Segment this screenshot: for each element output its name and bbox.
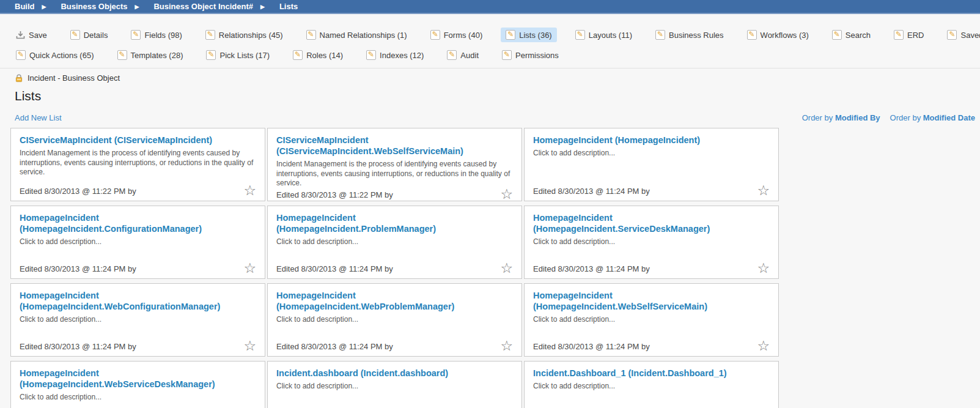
list-card-description[interactable]: Click to add description... (276, 382, 513, 408)
breadcrumb-item-build[interactable]: Build ▶ (15, 2, 46, 11)
list-card-edited-text: Edited 8/30/2013 @ 11:24 PM by (533, 187, 650, 196)
list-card: HomepageIncident (HomepageIncident.Confi… (10, 206, 265, 279)
favorite-star-icon[interactable]: ☆ (500, 340, 513, 351)
toolbar-item-fields-98[interactable]: ✎ Fields (98) (126, 28, 186, 42)
toolbar-item-audit[interactable]: ✎ Audit (442, 48, 484, 62)
list-card-title-link[interactable]: Incident.Dashboard_1 (Incident.Dashboard… (533, 368, 770, 379)
pencil-icon: ✎ (293, 50, 303, 60)
toolbar-item-label: Audit (460, 51, 479, 60)
breadcrumb-item-lists[interactable]: Lists ▶ (279, 2, 298, 11)
pencil-icon: ✎ (70, 30, 80, 40)
pencil-icon: ✎ (832, 30, 842, 40)
favorite-star-icon[interactable]: ☆ (757, 262, 770, 273)
toolbar-item-layouts-11[interactable]: ✎ Layouts (11) (570, 28, 637, 42)
toolbar-item-label: Pick Lists (17) (219, 51, 270, 60)
toolbar-item-templates-28[interactable]: ✎ Templates (28) (112, 48, 188, 62)
pencil-icon: ✎ (206, 50, 216, 60)
list-card-footer: Edited 8/30/2013 @ 11:24 PM by ☆ (20, 262, 256, 273)
list-card-footer: Edited 8/30/2013 @ 11:24 PM by ☆ (276, 262, 513, 273)
list-card-description[interactable]: Incident Management is the process of id… (276, 160, 513, 188)
list-card-title-link[interactable]: HomepageIncident (HomepageIncident.WebCo… (20, 290, 256, 312)
list-card-edited-text: Edited 8/30/2013 @ 11:24 PM by (20, 264, 136, 273)
list-card: Incident.dashboard (Incident.dashboard) … (267, 361, 522, 408)
toolbar-item-label: Forms (40) (444, 31, 483, 40)
lists-card-grid: CIServiceMapIncident (CIServiceMapIncide… (10, 128, 980, 408)
list-card-description[interactable]: Incident Management is the process of id… (20, 149, 256, 184)
toolbar-item-relationships-45[interactable]: ✎ Relationships (45) (201, 28, 288, 42)
list-card-title-link[interactable]: HomepageIncident (HomepageIncident) (533, 135, 770, 146)
list-card-description[interactable]: Click to add description... (276, 315, 513, 339)
toolbar-item-business-rules[interactable]: ✎ Business Rules (650, 28, 729, 42)
list-card-title-link[interactable]: HomepageIncident (HomepageIncident.Confi… (20, 212, 256, 234)
favorite-star-icon[interactable]: ☆ (243, 185, 256, 196)
toolbar: Save ✎ Details ✎ Fields (98) ✎ Relations… (0, 14, 980, 62)
breadcrumb-item-business-objects[interactable]: Business Objects ▶ (61, 2, 139, 11)
toolbar-item-label: Quick Actions (65) (29, 51, 94, 60)
toolbar-item-details[interactable]: ✎ Details (65, 28, 113, 42)
list-card: HomepageIncident (HomepageIncident.Probl… (267, 206, 522, 279)
list-card-description[interactable]: Click to add description... (533, 237, 770, 262)
favorite-star-icon[interactable]: ☆ (500, 188, 513, 199)
toolbar-item-quick-actions-65[interactable]: ✎ Quick Actions (65) (11, 48, 99, 62)
breadcrumb-item-label: Business Object Incident# (153, 2, 253, 11)
breadcrumb-item-label: Business Objects (61, 2, 127, 11)
toolbar-item-indexes-12[interactable]: ✎ Indexes (12) (361, 48, 429, 62)
pencil-icon: ✎ (205, 30, 215, 40)
list-card: HomepageIncident (HomepageIncident.WebCo… (10, 283, 265, 357)
list-card-description[interactable]: Click to add description... (276, 237, 513, 262)
order-by-modified-by-link[interactable]: Order by Modified By (802, 113, 880, 122)
toolbar-item-forms-40[interactable]: ✎ Forms (40) (426, 28, 488, 42)
breadcrumb-item-label: Build (15, 2, 35, 11)
list-card-footer: Edited 8/30/2013 @ 11:24 PM by ☆ (276, 340, 513, 351)
list-card-edited-text: Edited 8/30/2013 @ 11:24 PM by (20, 342, 136, 351)
pencil-icon: ✎ (894, 30, 904, 40)
toolbar-item-permissions[interactable]: ✎ Permissions (497, 48, 564, 62)
toolbar-item-label: Permissions (515, 51, 559, 60)
list-card-description[interactable]: Click to add description... (20, 393, 256, 408)
toolbar-item-named-relationships-1[interactable]: ✎ Named Relationships (1) (301, 28, 412, 42)
list-card-description[interactable]: Click to add description... (533, 382, 770, 408)
list-card-title-link[interactable]: HomepageIncident (HomepageIncident.Probl… (276, 212, 513, 234)
list-card-title-link[interactable]: HomepageIncident (HomepageIncident.WebPr… (276, 290, 513, 312)
toolbar-item-label: Workflows (3) (761, 31, 809, 40)
toolbar-item-roles-14[interactable]: ✎ Roles (14) (288, 48, 348, 62)
favorite-star-icon[interactable]: ☆ (757, 185, 770, 196)
toolbar-item-search[interactable]: ✎ Search (827, 28, 875, 42)
pencil-icon: ✎ (506, 30, 515, 40)
list-card: HomepageIncident (HomepageIncident.WebSe… (10, 361, 265, 408)
list-card: HomepageIncident (HomepageIncident.WebPr… (267, 283, 522, 357)
toolbar-item-label: ERD (907, 31, 924, 40)
favorite-star-icon[interactable]: ☆ (500, 262, 513, 273)
toolbar-item-label: Save (29, 31, 47, 40)
order-by-modified-date-link[interactable]: Order by Modified Date (890, 113, 975, 122)
toolbar-item-label: Named Relationships (1) (320, 31, 407, 40)
toolbar-item-saved-searches-39[interactable]: ✎ Saved Searches (39) (942, 28, 980, 42)
list-card-edited-text: Edited 8/30/2013 @ 11:22 PM by (20, 187, 136, 196)
add-new-list-link[interactable]: Add New List (15, 113, 62, 122)
list-card-description[interactable]: Click to add description... (533, 149, 770, 184)
toolbar-item-erd[interactable]: ✎ ERD (889, 28, 929, 42)
list-card-footer: Edited 8/30/2013 @ 11:22 PM by ☆ (20, 185, 256, 196)
toolbar-item-workflows-3[interactable]: ✎ Workflows (3) (742, 28, 814, 42)
list-card-title-link[interactable]: HomepageIncident (HomepageIncident.Servi… (533, 212, 770, 234)
list-card-description[interactable]: Click to add description... (20, 315, 256, 339)
list-card-title-link[interactable]: HomepageIncident (HomepageIncident.WebSe… (533, 290, 770, 312)
list-card: HomepageIncident (HomepageIncident) Clic… (524, 128, 779, 201)
list-card: CIServiceMapIncident (CIServiceMapIncide… (10, 128, 265, 201)
list-card-title-link[interactable]: CIServiceMapIncident (CIServiceMapIncide… (276, 135, 513, 157)
list-card-title-link[interactable]: CIServiceMapIncident (CIServiceMapIncide… (20, 135, 256, 146)
favorite-star-icon[interactable]: ☆ (757, 340, 770, 351)
list-card-title-link[interactable]: Incident.dashboard (Incident.dashboard) (276, 368, 513, 379)
favorite-star-icon[interactable]: ☆ (243, 262, 256, 273)
favorite-star-icon[interactable]: ☆ (243, 340, 256, 351)
toolbar-item-label: Relationships (45) (219, 31, 283, 40)
breadcrumb-item-business-object-incident[interactable]: Business Object Incident# ▶ (153, 2, 264, 11)
toolbar-item-pick-lists-17[interactable]: ✎ Pick Lists (17) (201, 48, 274, 62)
list-card-description[interactable]: Click to add description... (20, 237, 256, 262)
list-card-title-link[interactable]: HomepageIncident (HomepageIncident.WebSe… (20, 368, 256, 390)
pencil-icon: ✎ (502, 50, 512, 60)
pencil-icon: ✎ (575, 30, 585, 40)
toolbar-item-lists-36[interactable]: ✎ Lists (36) (501, 28, 556, 42)
list-card-description[interactable]: Click to add description... (533, 315, 770, 339)
toolbar-item-save[interactable]: Save (11, 28, 52, 42)
